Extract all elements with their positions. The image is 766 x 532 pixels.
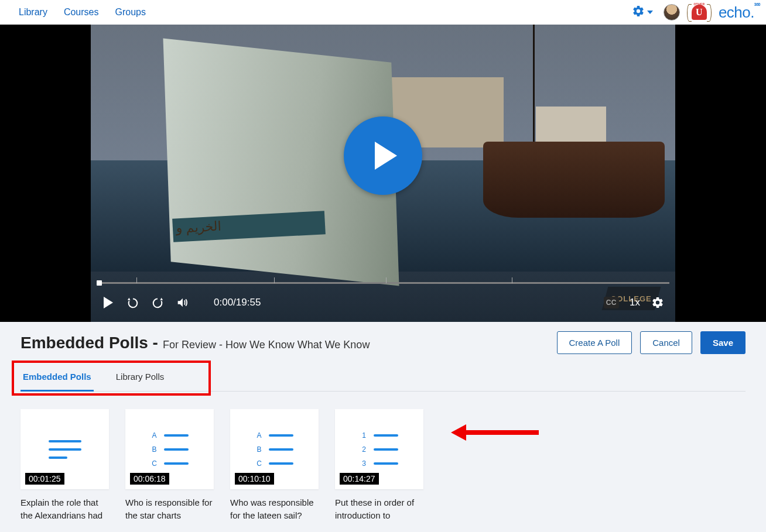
poll-caption: Who is responsible for the star charts (125, 496, 214, 522)
play-button[interactable] (101, 296, 115, 310)
play-overlay-button[interactable] (344, 116, 422, 195)
annotation-arrow (451, 424, 539, 441)
player-settings-button[interactable] (651, 296, 665, 310)
section-subtitle: For Review - How We Know What We Know (163, 339, 370, 351)
poll-caption: Who was responsible for the lateen sail? (230, 496, 319, 522)
tab-embedded-polls[interactable]: Embedded Polls (20, 363, 94, 391)
option-letter: C (151, 459, 158, 468)
play-icon (104, 297, 113, 308)
timestamp-badge: 00:10:10 (235, 473, 274, 485)
nav-courses[interactable]: Courses (64, 7, 99, 18)
gear-icon (632, 5, 645, 20)
option-letter: C (256, 459, 263, 468)
option-letter: A (256, 431, 263, 440)
time-display: 0:00/19:55 (214, 297, 261, 308)
timestamp-badge: 00:01:25 (25, 473, 64, 485)
user-avatar[interactable] (664, 4, 680, 20)
nav-library[interactable]: Library (19, 7, 47, 18)
cancel-button[interactable]: Cancel (640, 331, 692, 354)
option-number: 3 (361, 459, 368, 468)
rewind-button[interactable] (126, 296, 140, 310)
poll-cards: 00:01:25 Explain the role that the Alexa… (0, 392, 766, 522)
cc-button[interactable]: CC (604, 297, 619, 308)
option-letter: B (256, 445, 263, 454)
create-poll-button[interactable]: Create A Poll (557, 331, 632, 354)
video-area: الخريم و COLLEGE (0, 25, 766, 322)
brand-text: echo (719, 4, 750, 22)
volume-icon (176, 296, 189, 309)
option-number: 2 (361, 445, 368, 454)
poll-thumb-multiple-choice: A B C 00:10:10 (230, 409, 319, 489)
section-title-wrap: Embedded Polls - For Review - How We Kno… (20, 334, 370, 352)
nav-groups[interactable]: Groups (115, 7, 145, 18)
crest-letter: U (692, 5, 707, 20)
poll-card[interactable]: 1 2 3 00:14:27 Put these in order of int… (335, 409, 423, 522)
poll-caption: Put these in order of introduction to (335, 496, 423, 522)
option-number: 1 (361, 431, 368, 440)
poll-thumb-multiple-choice: A B C 00:06:18 (125, 409, 214, 489)
forward-icon (151, 296, 164, 309)
poll-card[interactable]: A B C 00:06:18 Who is responsible for th… (125, 409, 214, 522)
section-actions: Create A Poll Cancel Save (557, 331, 746, 354)
option-letter: A (151, 431, 158, 440)
poll-thumb-short-answer: 00:01:25 (20, 409, 109, 489)
tabs: Embedded Polls Library Polls (20, 363, 746, 392)
volume-button[interactable] (175, 296, 189, 310)
top-nav: Library Courses Groups OTHER U echo. (0, 0, 766, 25)
save-button[interactable]: Save (700, 331, 746, 354)
brand-logo[interactable]: echo. (719, 4, 754, 22)
gear-icon (651, 296, 664, 309)
poll-card[interactable]: A B C 00:10:10 Who was responsible for t… (230, 409, 319, 522)
poll-thumb-ordered-list: 1 2 3 00:14:27 (335, 409, 423, 489)
playback-rate[interactable]: 1x (630, 297, 640, 308)
chevron-down-icon (647, 11, 653, 14)
settings-dropdown[interactable] (632, 5, 653, 20)
option-letter: B (151, 445, 158, 454)
video-controls: 0:00/19:55 CC 1x (97, 272, 669, 322)
timestamp-badge: 00:14:27 (340, 473, 379, 485)
forward-button[interactable] (151, 296, 165, 310)
section-header: Embedded Polls - For Review - How We Kno… (0, 322, 766, 363)
poll-caption: Explain the role that the Alexandrians h… (20, 496, 109, 522)
timestamp-badge: 00:06:18 (130, 473, 169, 485)
nav-left: Library Courses Groups (19, 7, 146, 18)
video-timeline[interactable] (97, 272, 669, 288)
institution-crest[interactable]: OTHER U (690, 4, 708, 21)
tabs-container: Embedded Polls Library Polls (20, 363, 746, 392)
poll-card[interactable]: 00:01:25 Explain the role that the Alexa… (20, 409, 109, 522)
brand-360-icon: . (750, 4, 754, 22)
rewind-icon (126, 296, 139, 309)
section-title: Embedded Polls - (20, 334, 158, 352)
video-player[interactable]: الخريم و COLLEGE (91, 25, 675, 322)
nav-right: OTHER U echo. (632, 4, 754, 22)
tab-library-polls[interactable]: Library Polls (114, 363, 167, 391)
